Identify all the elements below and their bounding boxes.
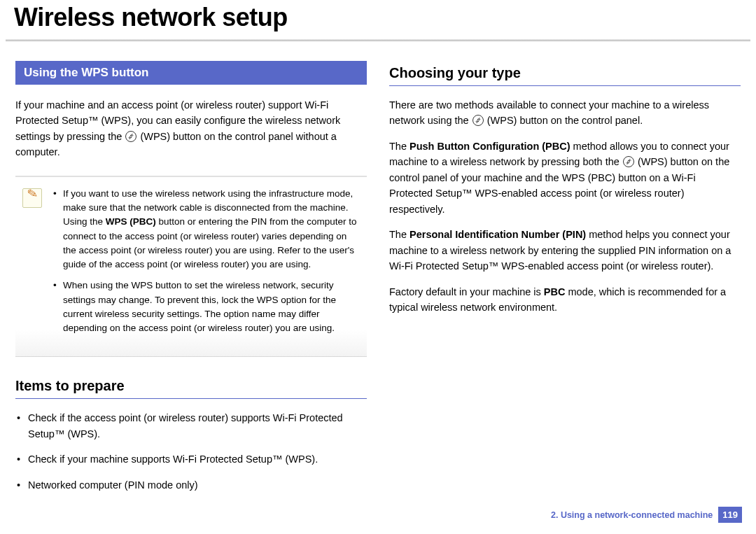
p3-bold: Personal Identification Number (PIN) [410, 229, 586, 240]
note-icon [22, 188, 42, 208]
list-item: Check if your machine supports Wi-Fi Pro… [15, 451, 367, 467]
note-item-1: If you want to use the wireless network … [53, 187, 360, 272]
note-list: If you want to use the wireless network … [50, 187, 360, 343]
page-title: Wireless network setup [3, 3, 756, 32]
footer-chapter: 2. Using a network-connected machine [551, 510, 713, 520]
footer: 2. Using a network-connected machine 119 [551, 507, 742, 523]
content-columns: Using the WPS button If your machine and… [0, 41, 756, 503]
left-column: Using the WPS button If your machine and… [15, 61, 367, 503]
note-item-2: When using the WPS button to set the wir… [53, 279, 360, 335]
wps-icon [125, 131, 136, 142]
list-item: Networked computer (PIN mode only) [15, 477, 367, 493]
items-list: Check if the access point (or wireless r… [15, 410, 367, 493]
p2-bold: Push Button Configuration (PBC) [410, 141, 570, 152]
intro-paragraph: If your machine and an access point (or … [15, 97, 367, 160]
page-number: 119 [718, 507, 742, 523]
p2-before: The [389, 141, 410, 152]
wps-icon [472, 115, 484, 126]
p3-before: The [389, 229, 410, 240]
note1-bold: WPS (PBC) [106, 216, 156, 227]
right-column: Choosing your type There are two methods… [389, 61, 741, 503]
list-item: Check if the access point (or wireless r… [15, 410, 367, 442]
right-p2: The Push Button Configuration (PBC) meth… [389, 139, 741, 217]
items-heading: Items to prepare [15, 378, 367, 399]
p1-after: (WPS) button on the control panel. [487, 115, 643, 126]
choosing-heading: Choosing your type [389, 65, 741, 86]
section-heading-wps: Using the WPS button [15, 61, 367, 85]
right-p4: Factory default in your machine is PBC m… [389, 284, 741, 316]
p4-before: Factory default in your machine is [389, 286, 544, 297]
right-p1: There are two methods available to conne… [389, 97, 741, 129]
right-p3: The Personal Identification Number (PIN)… [389, 227, 741, 274]
wps-icon [623, 156, 634, 167]
note-box: If you want to use the wireless network … [15, 176, 367, 358]
title-block: Wireless network setup [0, 0, 756, 32]
p4-bold: PBC [544, 286, 566, 297]
